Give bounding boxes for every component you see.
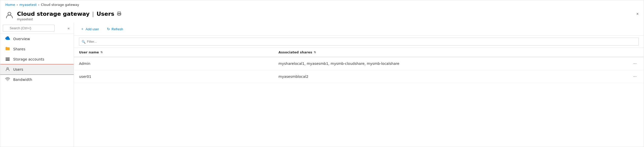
cell-shares-admin: mysharelocal1, myasesmb1, mysmb-cloudsha…	[273, 57, 598, 70]
header-title-block: Cloud storage gateway | Users myasetest	[17, 11, 121, 21]
cell-username-admin: Admin	[74, 57, 273, 70]
cell-actions-admin: ···	[598, 57, 644, 70]
table-row: user01 myasesmblocal2 ···	[74, 70, 644, 83]
sidebar-item-users[interactable]: Users	[0, 64, 74, 75]
app-container: Home › myasetest › Cloud storage gateway…	[0, 0, 644, 147]
refresh-button[interactable]: ↻ Refresh	[105, 26, 125, 32]
username-sort-icon: ⇅	[100, 51, 103, 54]
breadcrumb-home[interactable]: Home	[5, 3, 15, 7]
filter-wrapper: 🔍	[79, 38, 639, 46]
breadcrumb-current: Cloud storage gateway	[41, 3, 79, 7]
table-body: Admin mysharelocal1, myasesmb1, mysmb-cl…	[74, 57, 644, 83]
filter-icon: 🔍	[82, 40, 86, 43]
main-content: ＋ Add user ↻ Refresh 🔍	[74, 23, 644, 147]
sidebar-item-storage-label: Storage accounts	[13, 57, 44, 61]
svg-rect-6	[6, 59, 10, 60]
svg-point-4	[120, 13, 120, 14]
search-wrapper: 🔍	[3, 25, 65, 32]
cell-username-user01: user01	[74, 70, 273, 83]
add-icon: ＋	[81, 27, 84, 31]
breadcrumb-device[interactable]: myasetest	[19, 3, 37, 7]
more-options-admin-button[interactable]: ···	[631, 60, 639, 67]
cell-actions-user01: ···	[598, 70, 644, 83]
sidebar-item-shares[interactable]: Shares	[0, 44, 74, 54]
sidebar-item-bandwidth-label: Bandwidth	[13, 78, 32, 82]
page-header: Cloud storage gateway | Users myasetest …	[0, 9, 644, 23]
users-table: User name ⇅ Associated shares ⇅	[74, 48, 644, 83]
table-container: User name ⇅ Associated shares ⇅	[74, 48, 644, 147]
user-icon	[5, 67, 10, 72]
sidebar: 🔍 « Overview	[0, 23, 74, 147]
svg-point-8	[7, 67, 8, 69]
shares-sort-icon: ⇅	[314, 51, 316, 54]
filter-input[interactable]	[79, 38, 639, 46]
breadcrumb-sep-2: ›	[38, 3, 39, 7]
nav-items: Overview Shares	[0, 34, 74, 147]
sidebar-item-overview[interactable]: Overview	[0, 34, 74, 44]
col-header-actions	[598, 48, 644, 57]
filter-bar: 🔍	[74, 36, 644, 48]
header-title: Cloud storage gateway | Users	[17, 11, 121, 17]
wifi-icon	[5, 77, 10, 82]
sidebar-item-storage-accounts[interactable]: Storage accounts	[0, 54, 74, 64]
sidebar-item-overview-label: Overview	[13, 37, 30, 41]
table-header-row: User name ⇅ Associated shares ⇅	[74, 48, 644, 57]
sidebar-item-shares-label: Shares	[13, 47, 25, 51]
svg-point-9	[7, 80, 8, 81]
print-icon[interactable]	[117, 11, 121, 17]
storage-icon	[5, 57, 10, 62]
add-user-button[interactable]: ＋ Add user	[79, 26, 100, 32]
collapse-sidebar-button[interactable]: «	[66, 26, 71, 31]
svg-rect-7	[6, 60, 10, 61]
col-header-username[interactable]: User name ⇅	[74, 48, 273, 57]
toolbar: ＋ Add user ↻ Refresh	[74, 23, 644, 36]
table-row: Admin mysharelocal1, myasesmb1, mysmb-cl…	[74, 57, 644, 70]
refresh-icon: ↻	[107, 27, 110, 31]
search-input[interactable]	[3, 25, 55, 32]
cell-shares-user01: myasesmblocal2	[273, 70, 598, 83]
folder-icon	[5, 47, 10, 52]
cloud-icon	[5, 36, 10, 41]
sidebar-item-users-label: Users	[13, 67, 23, 71]
header-subtitle: myasetest	[17, 18, 121, 21]
col-header-shares[interactable]: Associated shares ⇅	[273, 48, 598, 57]
page-header-icon	[5, 11, 13, 21]
body: 🔍 « Overview	[0, 23, 644, 147]
close-button[interactable]: ×	[636, 12, 639, 16]
search-bar: 🔍 «	[0, 23, 74, 34]
more-options-user01-button[interactable]: ···	[631, 73, 639, 80]
breadcrumb-sep-1: ›	[17, 3, 18, 7]
sidebar-item-bandwidth[interactable]: Bandwidth	[0, 75, 74, 85]
breadcrumb: Home › myasetest › Cloud storage gateway	[0, 0, 644, 9]
svg-rect-5	[6, 57, 10, 58]
